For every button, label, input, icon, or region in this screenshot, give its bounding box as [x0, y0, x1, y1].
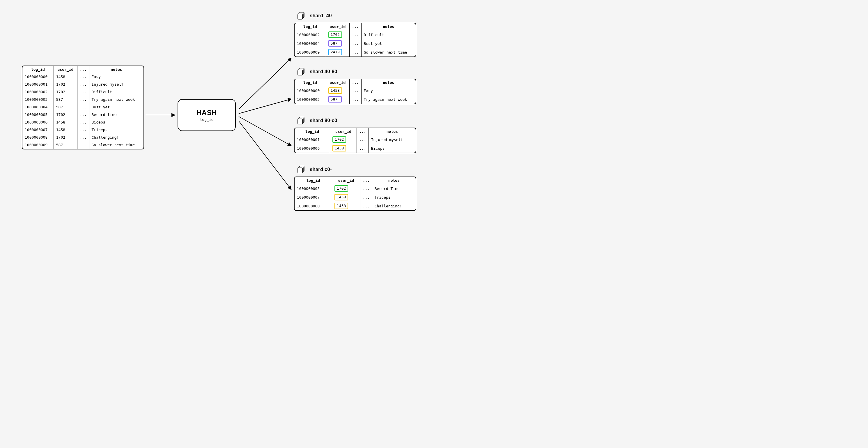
cell-log-id: 1000000000 — [294, 86, 326, 95]
user-id-highlight: 2479 — [328, 49, 342, 55]
cell-notes: Difficult — [89, 88, 144, 96]
cell-user-id: 587 — [54, 103, 77, 111]
col-user-id: user_id — [326, 23, 349, 30]
table-row: 10000000011702...Injured myself — [294, 135, 416, 144]
cell-notes: Best yet — [89, 103, 144, 111]
col-dots: ... — [360, 177, 372, 184]
col-log-id: log_id — [294, 79, 326, 86]
table-row: 10000000061458...Biceps — [23, 119, 144, 126]
cell-user-id: 587 — [54, 96, 77, 103]
col-notes: notes — [361, 79, 416, 86]
col-dots: ... — [349, 23, 361, 30]
table-row: 1000000003587...Try again next week — [23, 96, 144, 103]
col-notes: notes — [369, 128, 416, 135]
user-id-highlight: 1702 — [335, 185, 348, 192]
cell-user-id: 1458 — [54, 119, 77, 126]
cell-dots: ... — [78, 103, 89, 111]
user-id-highlight: 1458 — [328, 87, 342, 94]
col-user-id: user_id — [326, 79, 349, 86]
cell-user-id: 1702 — [54, 81, 77, 88]
cell-dots: ... — [360, 184, 372, 193]
cell-notes: Challenging! — [372, 202, 416, 210]
cell-user-id: 587 — [326, 95, 349, 104]
cell-dots: ... — [78, 81, 89, 88]
cell-dots: ... — [357, 135, 369, 144]
cell-dots: ... — [349, 86, 361, 95]
cell-log-id: 1000000001 — [23, 81, 54, 88]
table-row: 1000000003587...Try again next week — [294, 95, 416, 104]
user-id-highlight: 1458 — [333, 145, 346, 151]
cell-user-id: 1458 — [332, 193, 360, 202]
shard-0-table: log_id user_id ... notes 10000000021702.… — [294, 23, 416, 57]
cell-notes: Triceps — [372, 193, 416, 202]
table-row: 10000000061458...Biceps — [294, 144, 416, 153]
cell-log-id: 1000000005 — [294, 184, 332, 193]
cell-log-id: 1000000004 — [294, 39, 326, 48]
table-row: 1000000009587...Go slower next time — [23, 141, 144, 149]
cell-notes: Record time — [89, 111, 144, 119]
cell-dots: ... — [349, 95, 361, 104]
svg-rect-13 — [298, 119, 303, 124]
database-stack-icon — [297, 67, 306, 76]
svg-line-4 — [239, 121, 291, 189]
cell-notes: Difficult — [361, 30, 416, 39]
cell-log-id: 1000000008 — [23, 134, 54, 141]
cell-user-id: 1702 — [332, 184, 360, 193]
cell-notes: Easy — [361, 86, 416, 95]
cell-log-id: 1000000009 — [294, 48, 326, 57]
col-user-id: user_id — [332, 177, 360, 184]
cell-log-id: 1000000004 — [23, 103, 54, 111]
cell-log-id: 1000000008 — [294, 202, 332, 210]
cell-dots: ... — [78, 111, 89, 119]
cell-dots: ... — [360, 202, 372, 210]
cell-notes: Best yet — [361, 39, 416, 48]
cell-log-id: 1000000009 — [23, 141, 54, 149]
cell-log-id: 1000000006 — [23, 119, 54, 126]
shard-1-label: shard 40-80 — [297, 67, 337, 76]
svg-rect-7 — [298, 14, 303, 19]
cell-notes: Go slower next time — [89, 141, 144, 149]
col-dots: ... — [78, 66, 89, 73]
cell-user-id: 1702 — [326, 30, 349, 39]
table-row: 10000000001458...Easy — [23, 73, 144, 81]
cell-dots: ... — [78, 134, 89, 141]
shard-0-label: shard -40 — [297, 12, 332, 20]
cell-log-id: 1000000001 — [294, 135, 330, 144]
cell-notes: Try again next week — [361, 95, 416, 104]
cell-notes: Record Time — [372, 184, 416, 193]
cell-notes: Easy — [89, 73, 144, 81]
col-dots: ... — [349, 79, 361, 86]
cell-user-id: 1702 — [54, 134, 77, 141]
cell-dots: ... — [78, 88, 89, 96]
user-id-highlight: 1458 — [335, 203, 348, 209]
database-stack-icon — [297, 166, 306, 174]
cell-notes: Triceps — [89, 126, 144, 134]
shard-2-table: log_id user_id ... notes 10000000011702.… — [294, 127, 416, 153]
cell-user-id: 587 — [54, 141, 77, 149]
shard-3-label: shard c0- — [297, 166, 332, 174]
svg-line-3 — [239, 117, 291, 146]
table-row: 1000000004587...Best yet — [294, 39, 416, 48]
cell-dots: ... — [78, 119, 89, 126]
user-id-highlight: 1702 — [328, 31, 342, 38]
hash-function-box: HASH log_id — [178, 99, 236, 131]
cell-dots: ... — [349, 39, 361, 48]
cell-dots: ... — [78, 73, 89, 81]
shard-0-label-text: shard -40 — [310, 13, 332, 19]
table-row: 10000000092479...Go slower next time — [294, 48, 416, 57]
cell-dots: ... — [78, 96, 89, 103]
hash-key: log_id — [200, 117, 214, 122]
cell-log-id: 1000000005 — [23, 111, 54, 119]
shard-2-label: shard 80-c0 — [297, 117, 337, 125]
table-row: 10000000001458...Easy — [294, 86, 416, 95]
svg-rect-10 — [298, 70, 303, 75]
user-id-highlight: 587 — [328, 96, 342, 102]
cell-log-id: 1000000003 — [23, 96, 54, 103]
col-notes: notes — [361, 23, 416, 30]
table-row: 10000000071458...Triceps — [294, 193, 416, 202]
cell-notes: Biceps — [369, 144, 416, 153]
cell-user-id: 587 — [326, 39, 349, 48]
cell-log-id: 1000000003 — [294, 95, 326, 104]
cell-dots: ... — [78, 141, 89, 149]
cell-notes: Injured myself — [89, 81, 144, 88]
